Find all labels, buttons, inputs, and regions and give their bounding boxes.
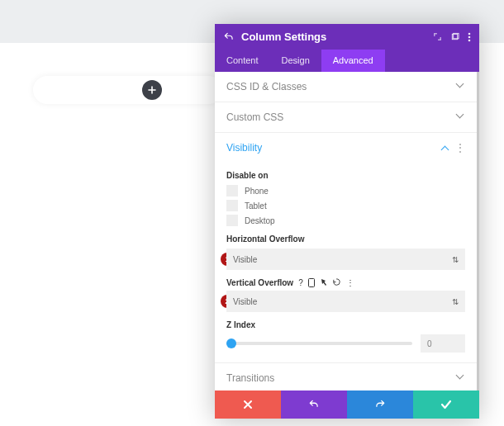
h-overflow-label: Horizontal Overflow	[226, 234, 465, 244]
save-button[interactable]	[413, 390, 479, 419]
option-label: Tablet	[245, 201, 267, 211]
section-visibility[interactable]: Visibility ⋮	[215, 133, 477, 163]
svg-rect-5	[308, 279, 314, 287]
module-placeholder	[33, 76, 223, 104]
redo-button[interactable]	[347, 390, 413, 419]
checkbox[interactable]	[226, 215, 238, 226]
kebab-icon[interactable]: ⋮	[455, 142, 465, 154]
svg-point-2	[468, 32, 471, 35]
option-desktop[interactable]: Desktop	[226, 215, 465, 226]
cancel-button[interactable]	[215, 390, 281, 419]
kebab-icon[interactable]	[468, 32, 471, 42]
chevron-down-icon	[457, 83, 465, 91]
option-label: Desktop	[245, 216, 275, 225]
back-icon[interactable]	[223, 31, 235, 43]
checkbox[interactable]	[226, 200, 238, 211]
svg-point-4	[468, 39, 471, 41]
help-icon[interactable]: ?	[298, 278, 303, 287]
kebab-icon[interactable]: ⋮	[346, 278, 354, 287]
tab-advanced[interactable]: Advanced	[321, 50, 385, 72]
section-label: Visibility	[226, 142, 442, 154]
z-index-label: Z Index	[226, 320, 465, 329]
option-tablet[interactable]: Tablet	[226, 200, 465, 211]
hover-icon[interactable]	[320, 278, 327, 287]
z-index-input[interactable]: 0	[421, 334, 465, 353]
footer-bar	[215, 390, 479, 419]
option-label: Phone	[245, 187, 269, 196]
section-css-id[interactable]: CSS ID & Classes	[215, 72, 477, 102]
undo-button[interactable]	[281, 390, 347, 419]
h-overflow-select[interactable]: Visible ⇅	[226, 248, 465, 270]
v-overflow-label: Vertical Overflow	[226, 278, 293, 287]
slider-handle[interactable]	[226, 338, 236, 348]
section-label: CSS ID & Classes	[226, 81, 457, 92]
panel-header: Column Settings Content Design Advanced	[215, 24, 479, 72]
panel-title: Column Settings	[241, 31, 426, 43]
v-overflow-select[interactable]: Visible ⇅	[226, 291, 465, 312]
section-transitions[interactable]: Transitions	[215, 363, 477, 390]
chevron-down-icon	[457, 374, 465, 382]
tabs: Content Design Advanced	[215, 50, 479, 72]
chevron-down-icon	[457, 113, 465, 121]
section-label: Transitions	[226, 372, 457, 384]
device-icon[interactable]	[308, 278, 315, 287]
select-value: Visible	[233, 297, 257, 306]
svg-point-3	[468, 36, 471, 38]
settings-panel: Column Settings Content Design Advanced …	[215, 24, 479, 419]
tab-content[interactable]: Content	[215, 50, 270, 72]
select-value: Visible	[233, 255, 257, 264]
section-custom-css[interactable]: Custom CSS	[215, 102, 477, 132]
chevron-up-icon	[442, 144, 450, 152]
option-phone[interactable]: Phone	[226, 185, 465, 196]
updown-icon: ⇅	[452, 255, 459, 264]
reset-icon[interactable]	[332, 278, 341, 287]
disable-on-label: Disable on	[226, 171, 465, 180]
updown-icon: ⇅	[452, 297, 459, 306]
checkbox[interactable]	[226, 185, 238, 196]
expand-icon[interactable]	[433, 32, 442, 42]
section-label: Custom CSS	[226, 111, 457, 123]
z-index-slider[interactable]	[226, 342, 412, 345]
add-module-button[interactable]	[142, 80, 162, 100]
snap-icon[interactable]	[450, 32, 459, 42]
tab-design[interactable]: Design	[270, 50, 321, 72]
